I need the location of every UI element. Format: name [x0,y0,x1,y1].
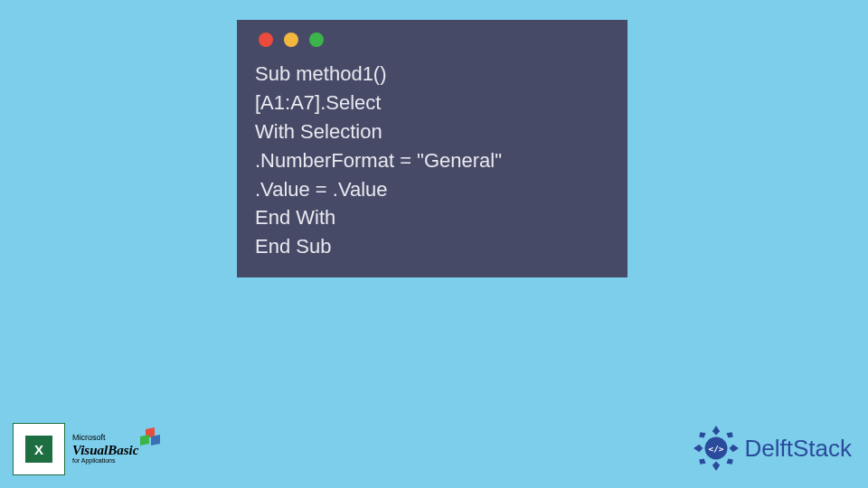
delftstack-name: DelftStack [745,435,853,463]
traffic-lights [259,33,609,47]
excel-letter: X [25,436,52,463]
maximize-icon [309,33,324,47]
visual-basic-badge: Microsoft VisualBasic for Applications [72,434,138,465]
svg-text:</>: </> [708,444,723,454]
vb-ms-label: Microsoft [72,434,106,443]
svg-marker-5 [726,432,732,437]
excel-vba-badge: X Microsoft VisualBasic for Applications [13,423,138,475]
svg-marker-0 [712,426,719,435]
minimize-icon [284,33,298,47]
code-line: End Sub [255,232,609,261]
code-line: End With [255,203,609,232]
code-line: With Selection [255,117,609,146]
code-line: [A1:A7].Select [255,89,609,117]
close-icon [259,33,273,47]
vb-main-label: VisualBasic [72,443,138,458]
svg-marker-7 [726,458,732,464]
svg-marker-3 [729,445,738,452]
cubes-icon [140,428,164,446]
svg-marker-4 [699,432,705,437]
code-window: Sub method1() [A1:A7].Select With Select… [237,20,627,277]
excel-icon: X [13,423,65,475]
svg-marker-6 [699,458,705,464]
vb-sub-label: for Applications [72,457,115,465]
delftstack-logo-icon: </> [693,425,740,472]
delftstack-brand: </> DelftStack [693,425,853,472]
code-line: .Value = .Value [255,175,609,204]
svg-marker-1 [712,462,719,471]
code-line: .NumberFormat = "General" [255,146,609,175]
svg-marker-2 [693,445,703,452]
code-block: Sub method1() [A1:A7].Select With Select… [255,60,609,261]
code-line: Sub method1() [255,60,609,89]
